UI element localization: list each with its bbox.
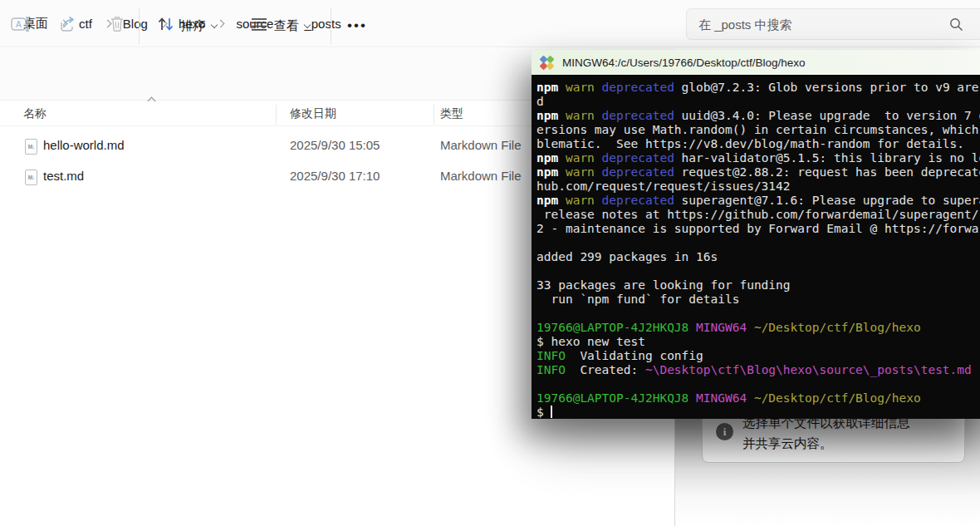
markdown-file-icon: M↓ bbox=[25, 170, 37, 185]
file-type: Markdown File bbox=[440, 138, 522, 152]
chevron-down-icon bbox=[211, 21, 218, 27]
svg-text:A: A bbox=[16, 20, 22, 29]
details-hint-line2: 并共享云内容。 bbox=[742, 434, 910, 455]
file-modified-date: 2025/9/30 17:10 bbox=[290, 169, 380, 183]
search-box[interactable] bbox=[686, 8, 980, 40]
search-icon[interactable] bbox=[949, 17, 963, 35]
search-input[interactable] bbox=[698, 9, 931, 39]
terminal-title: MINGW64:/c/Users/19766/Desktop/ctf/Blog/… bbox=[562, 57, 806, 69]
toolbar-separator bbox=[139, 7, 140, 44]
trash-icon bbox=[108, 15, 126, 37]
share-button[interactable] bbox=[51, 10, 85, 42]
column-header-modified[interactable]: 修改日期 bbox=[290, 106, 336, 121]
toolbar-separator bbox=[331, 7, 331, 44]
terminal-window: MINGW64:/c/Users/19766/Desktop/ctf/Blog/… bbox=[532, 50, 980, 419]
file-explorer-window: 桌面 ctf Blog hexo source _posts A bbox=[0, 0, 980, 526]
column-header-name[interactable]: 名称 bbox=[23, 106, 47, 121]
file-name: test.md bbox=[43, 169, 84, 183]
rename-icon: A bbox=[10, 15, 32, 37]
ellipsis-icon: ••• bbox=[347, 17, 367, 34]
terminal-cursor bbox=[551, 406, 552, 418]
more-options-button[interactable]: ••• bbox=[341, 10, 374, 42]
chevron-down-icon bbox=[304, 21, 311, 27]
delete-button[interactable] bbox=[101, 10, 133, 42]
file-type: Markdown File bbox=[440, 169, 522, 183]
share-icon bbox=[58, 15, 78, 37]
terminal-output[interactable]: npm warn deprecated glob@7.2.3: Glob ver… bbox=[532, 75, 980, 419]
info-icon: i bbox=[716, 423, 733, 440]
sort-button-label: 排序 bbox=[181, 18, 206, 34]
sort-icon bbox=[157, 16, 175, 36]
column-divider[interactable] bbox=[276, 105, 277, 125]
sort-button[interactable]: 排序 bbox=[150, 10, 223, 42]
rename-button[interactable]: A bbox=[3, 10, 38, 42]
file-name: hello-world.md bbox=[43, 138, 125, 152]
view-button-label: 查看 bbox=[274, 18, 299, 34]
file-modified-date: 2025/9/30 15:05 bbox=[290, 138, 380, 152]
mingw-icon bbox=[540, 56, 554, 70]
column-header-type[interactable]: 类型 bbox=[440, 106, 463, 121]
column-divider[interactable] bbox=[434, 105, 434, 125]
markdown-file-icon: M↓ bbox=[25, 139, 37, 155]
terminal-titlebar[interactable]: MINGW64:/c/Users/19766/Desktop/ctf/Blog/… bbox=[532, 50, 980, 75]
view-button[interactable]: 查看 bbox=[243, 10, 316, 42]
view-icon bbox=[250, 16, 268, 36]
